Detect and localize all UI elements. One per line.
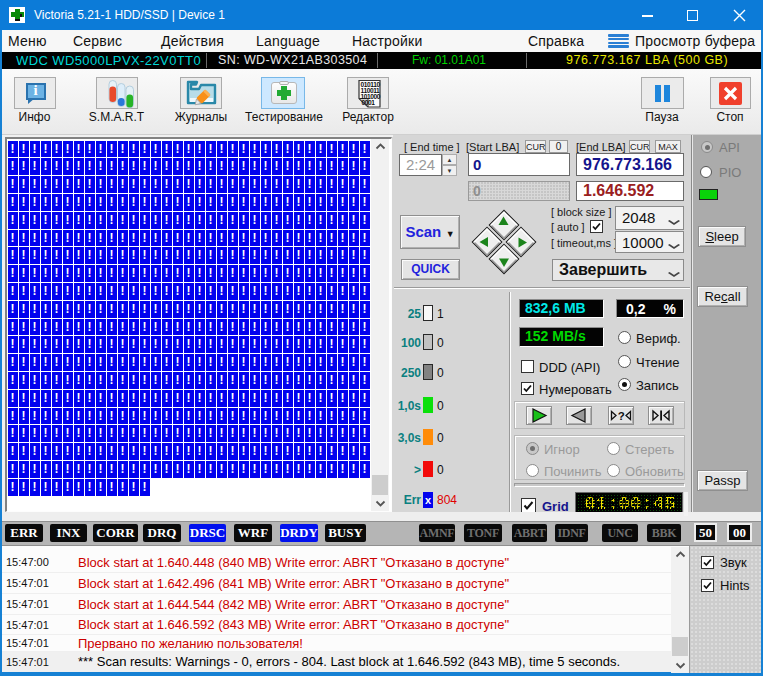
- svg-text:0001: 0001: [362, 99, 376, 106]
- svg-text:?: ?: [618, 410, 625, 422]
